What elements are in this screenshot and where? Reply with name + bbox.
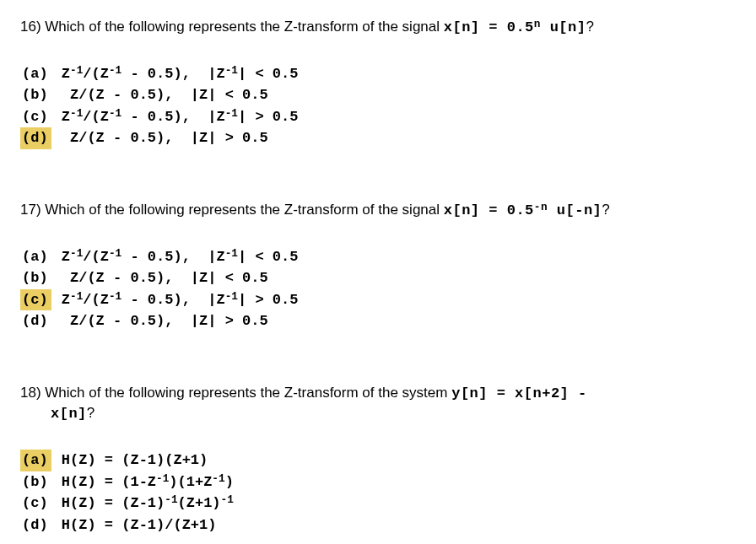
question-16: 16) Which of the following represents th… bbox=[20, 17, 736, 149]
question-17: 17) Which of the following represents th… bbox=[20, 200, 736, 332]
q17-opt-a: (a) Z-1/(Z-1 - 0.5), |Z-1| < 0.5 bbox=[20, 246, 736, 268]
q16-opt-b-label: (b) bbox=[20, 84, 51, 106]
q18-opt-b-label: (b) bbox=[20, 471, 51, 493]
q16-opt-a-label: (a) bbox=[20, 63, 51, 85]
q16-number: 16) bbox=[20, 19, 41, 35]
q18-opt-c-text: H(Z) = (Z-1)-1(Z+1)-1 bbox=[53, 493, 234, 514]
q17-prompt-mono2: u[-n] bbox=[548, 202, 602, 218]
q18-opt-c: (c) H(Z) = (Z-1)-1(Z+1)-1 bbox=[20, 493, 736, 514]
q18-opt-b-text: H(Z) = (1-Z-1)(1+Z-1) bbox=[53, 471, 234, 493]
q17-opt-b-text: Z/(Z - 0.5), |Z| < 0.5 bbox=[53, 267, 268, 289]
q18-opt-a-label: (a) bbox=[20, 450, 51, 471]
q17-prompt: 17) Which of the following represents th… bbox=[20, 200, 736, 221]
q18-options: (a) H(Z) = (Z-1)(Z+1) (b) H(Z) = (1-Z-1)… bbox=[20, 450, 736, 536]
q18-opt-c-label: (c) bbox=[20, 493, 51, 514]
q16-prompt-mono: x[n] = 0.5 bbox=[444, 19, 534, 35]
q16-opt-c-label: (c) bbox=[20, 106, 51, 128]
q16-opt-d-text: Z/(Z - 0.5), |Z| > 0.5 bbox=[53, 127, 268, 149]
q18-opt-b: (b) H(Z) = (1-Z-1)(1+Z-1) bbox=[20, 471, 736, 493]
q16-prompt-pre: Which of the following represents the Z-… bbox=[45, 19, 443, 35]
q16-opt-a: (a) Z-1/(Z-1 - 0.5), |Z-1| < 0.5 bbox=[20, 63, 736, 85]
q18-opt-a: (a) H(Z) = (Z-1)(Z+1) bbox=[20, 450, 736, 471]
q17-opt-c: (c) Z-1/(Z-1 - 0.5), |Z-1| > 0.5 bbox=[20, 289, 736, 311]
q17-opt-a-text: Z-1/(Z-1 - 0.5), |Z-1| < 0.5 bbox=[53, 246, 299, 268]
q18-opt-d: (d) H(Z) = (Z-1)/(Z+1) bbox=[20, 514, 736, 536]
q16-opt-b: (b) Z/(Z - 0.5), |Z| < 0.5 bbox=[20, 84, 736, 106]
q16-prompt: 16) Which of the following represents th… bbox=[20, 17, 736, 38]
q16-opt-b-text: Z/(Z - 0.5), |Z| < 0.5 bbox=[53, 84, 268, 106]
q17-prompt-sup: -n bbox=[534, 201, 548, 213]
question-18: 18) Which of the following represents th… bbox=[20, 383, 736, 536]
q17-opt-c-label: (c) bbox=[20, 289, 51, 311]
q18-opt-d-text: H(Z) = (Z-1)/(Z+1) bbox=[53, 514, 217, 536]
q17-prompt-pre: Which of the following represents the Z-… bbox=[45, 202, 443, 218]
q18-prompt-post: ? bbox=[87, 405, 94, 421]
q16-options: (a) Z-1/(Z-1 - 0.5), |Z-1| < 0.5 (b) Z/(… bbox=[20, 63, 736, 149]
q17-options: (a) Z-1/(Z-1 - 0.5), |Z-1| < 0.5 (b) Z/(… bbox=[20, 246, 736, 332]
q18-prompt: 18) Which of the following represents th… bbox=[20, 383, 736, 425]
q18-prompt-pre: Which of the following represents the Z-… bbox=[45, 385, 451, 401]
q17-prompt-mono: x[n] = 0.5 bbox=[444, 202, 534, 218]
q18-opt-a-text: H(Z) = (Z-1)(Z+1) bbox=[53, 450, 208, 471]
q18-opt-d-label: (d) bbox=[20, 514, 51, 536]
q16-opt-c: (c) Z-1/(Z-1 - 0.5), |Z-1| > 0.5 bbox=[20, 106, 736, 128]
q17-opt-b: (b) Z/(Z - 0.5), |Z| < 0.5 bbox=[20, 267, 736, 289]
q18-prompt-mono-line2: x[n] bbox=[20, 406, 87, 422]
q17-opt-b-label: (b) bbox=[20, 267, 51, 289]
q16-opt-a-text: Z-1/(Z-1 - 0.5), |Z-1| < 0.5 bbox=[53, 63, 299, 85]
q17-opt-d: (d) Z/(Z - 0.5), |Z| > 0.5 bbox=[20, 310, 736, 332]
q17-opt-d-text: Z/(Z - 0.5), |Z| > 0.5 bbox=[53, 310, 268, 332]
q18-prompt-mono: y[n] = x[n+2] - bbox=[451, 385, 587, 401]
q18-number: 18) bbox=[20, 385, 41, 401]
q17-opt-c-text: Z-1/(Z-1 - 0.5), |Z-1| > 0.5 bbox=[53, 289, 299, 311]
q17-prompt-post: ? bbox=[602, 202, 609, 218]
q16-opt-c-text: Z-1/(Z-1 - 0.5), |Z-1| > 0.5 bbox=[53, 106, 299, 128]
q16-opt-d-label: (d) bbox=[20, 127, 51, 149]
q16-prompt-sup: n bbox=[534, 18, 541, 30]
q17-opt-d-label: (d) bbox=[20, 310, 51, 332]
q16-opt-d: (d) Z/(Z - 0.5), |Z| > 0.5 bbox=[20, 127, 736, 149]
q16-prompt-post: ? bbox=[586, 19, 593, 35]
q17-number: 17) bbox=[20, 202, 41, 218]
q17-opt-a-label: (a) bbox=[20, 246, 51, 268]
q16-prompt-mono2: u[n] bbox=[541, 19, 586, 35]
